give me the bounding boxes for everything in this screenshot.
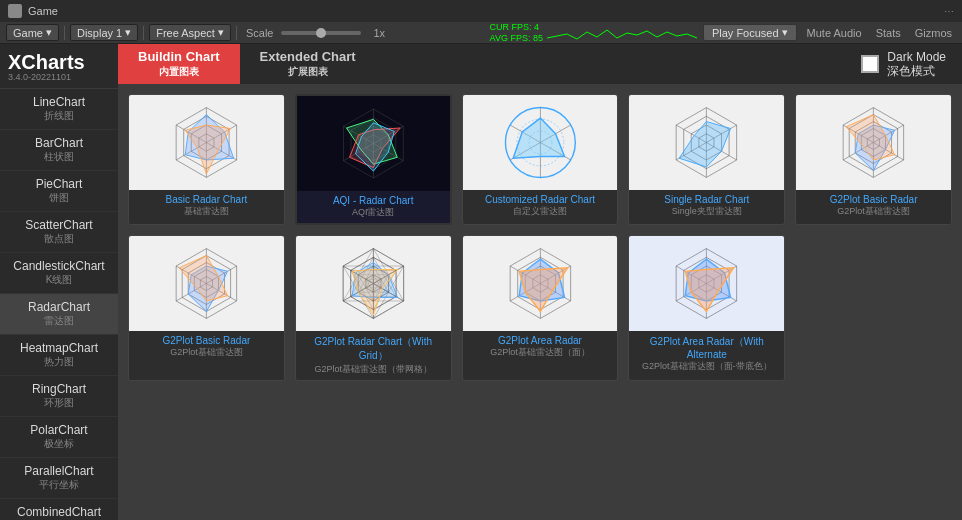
sidebar-item-parallelchart[interactable]: ParallelChart 平行坐标 [0, 458, 118, 499]
sidebar-item-radarchart[interactable]: RadarChart 雷达图 [0, 294, 118, 335]
chart-info: G2Plot Basic Radar G2Plot基础雷达图 [129, 331, 284, 363]
sidebar-item-barchart[interactable]: BarChart 柱状图 [0, 130, 118, 171]
chart-info: G2Plot Area Radar G2Plot基础雷达图（面） [463, 331, 618, 363]
chart-grid: Basic Radar Chart 基础雷达图 AQI - Radar Char… [118, 84, 962, 520]
chart-card-g2plot-area[interactable]: G2Plot Area Radar G2Plot基础雷达图（面） [462, 235, 619, 381]
chart-card-aqi-radar[interactable]: AQI - Radar Chart AQI雷达图 [295, 94, 452, 225]
chart-preview [629, 236, 784, 331]
chart-preview [463, 95, 618, 190]
fps-area: CUR FPS: 4 AVG FPS: 85 [490, 22, 697, 44]
sidebar-item-linechart[interactable]: LineChart 折线图 [0, 89, 118, 130]
chart-card-g2plot-basic2[interactable]: G2Plot Basic Radar G2Plot基础雷达图 [128, 235, 285, 381]
chart-info: Single Radar Chart Single夹型雷达图 [629, 190, 784, 222]
chart-preview [296, 236, 451, 331]
svg-line-95 [343, 249, 373, 266]
chevron-down-icon: ▾ [218, 26, 224, 39]
aspect-dropdown[interactable]: Free Aspect ▾ [149, 24, 231, 41]
system-bar: Game ⋯ [0, 0, 962, 22]
chevron-down-icon: ▾ [46, 26, 52, 39]
dark-mode-area: Dark Mode 深色模式 [861, 44, 962, 84]
game-label: Game [28, 5, 58, 17]
dark-mode-checkbox[interactable] [861, 55, 879, 73]
brand-name: XCharts [8, 52, 112, 72]
separator-1 [64, 26, 65, 40]
tab-bar: Buildin Chart 内置图表 Extended Chart 扩展图表 D… [118, 44, 962, 84]
game-icon [8, 4, 22, 18]
sidebar-item-scatterchart[interactable]: ScatterChart 散点图 [0, 212, 118, 253]
tab-extended[interactable]: Extended Chart 扩展图表 [240, 44, 376, 84]
sidebar-item-piechart[interactable]: PieChart 饼图 [0, 171, 118, 212]
sidebar-item-candlestickchart[interactable]: CandlestickChart K线图 [0, 253, 118, 294]
sidebar-items-container: LineChart 折线图 BarChart 柱状图 PieChart 饼图 S… [0, 89, 118, 520]
chart-info: Basic Radar Chart 基础雷达图 [129, 190, 284, 222]
svg-marker-34 [513, 118, 564, 158]
fps-text: CUR FPS: 4 AVG FPS: 85 [490, 22, 543, 44]
chart-info: G2Plot Area Radar（With Alternate G2Plot基… [629, 331, 784, 377]
sidebar-item-heatmapchart[interactable]: HeatmapChart 热力图 [0, 335, 118, 376]
chart-info: G2Plot Radar Chart（With Grid） G2Plot基础雷达… [296, 331, 451, 380]
gizmos-button[interactable]: Gizmos [911, 26, 956, 40]
chart-info: G2Plot Basic Radar G2Plot基础雷达图 [796, 190, 951, 222]
dark-mode-label: Dark Mode 深色模式 [887, 50, 946, 79]
chart-preview [129, 95, 284, 190]
tab-buildin[interactable]: Buildin Chart 内置图表 [118, 44, 240, 84]
chart-card-g2plot-basic[interactable]: G2Plot Basic Radar G2Plot基础雷达图 [795, 94, 952, 225]
chart-card-g2plot-grid[interactable]: G2Plot Radar Chart（With Grid） G2Plot基础雷达… [295, 235, 452, 381]
chart-card-basic-radar[interactable]: Basic Radar Chart 基础雷达图 [128, 94, 285, 225]
scale-slider[interactable] [281, 31, 361, 35]
fps-graph [547, 24, 697, 42]
svg-marker-45 [680, 122, 731, 167]
toolbar-right: CUR FPS: 4 AVG FPS: 85 Play Focused ▾ Mu… [490, 22, 956, 44]
chart-preview [796, 95, 951, 190]
sidebar-item-ringchart[interactable]: RingChart 环形图 [0, 376, 118, 417]
chart-card-customized-radar[interactable]: Customized Radar Chart 自定义雷达图 [462, 94, 619, 225]
chart-preview [463, 236, 618, 331]
sidebar-item-polarchart[interactable]: PolarChart 极坐标 [0, 417, 118, 458]
toolbar: Game ▾ Display 1 ▾ Free Aspect ▾ Scale 1… [0, 22, 962, 44]
chart-card-g2plot-area-alt[interactable]: G2Plot Area Radar（With Alternate G2Plot基… [628, 235, 785, 381]
stats-button[interactable]: Stats [872, 26, 905, 40]
brand-version: 3.4.0-20221101 [8, 72, 112, 82]
svg-line-79 [373, 249, 403, 266]
chevron-down-icon: ▾ [125, 26, 131, 39]
display-dropdown[interactable]: Display 1 ▾ [70, 24, 138, 41]
mute-audio-button[interactable]: Mute Audio [803, 26, 866, 40]
chart-preview [129, 236, 284, 331]
svg-line-115 [373, 301, 403, 318]
scale-value: 1x [373, 27, 385, 39]
chart-card-single-radar[interactable]: Single Radar Chart Single夹型雷达图 [628, 94, 785, 225]
scale-label: Scale [246, 27, 274, 39]
content-area: Buildin Chart 内置图表 Extended Chart 扩展图表 D… [118, 44, 962, 520]
chart-info: AQI - Radar Chart AQI雷达图 [297, 191, 450, 223]
play-focused-button[interactable]: Play Focused ▾ [703, 24, 797, 41]
sidebar-item-combinedchart[interactable]: CombinedChart 组合图 [0, 499, 118, 520]
chart-preview [297, 96, 450, 191]
top-bar-spacer: ⋯ [944, 5, 954, 17]
game-dropdown[interactable]: Game ▾ [6, 24, 59, 41]
separator-2 [143, 26, 144, 40]
sidebar: XCharts 3.4.0-20221101 LineChart 折线图 Bar… [0, 44, 118, 520]
main-area: XCharts 3.4.0-20221101 LineChart 折线图 Bar… [0, 44, 962, 520]
chevron-down-icon: ▾ [782, 26, 788, 39]
chart-info: Customized Radar Chart 自定义雷达图 [463, 190, 618, 222]
brand-box: XCharts 3.4.0-20221101 [0, 44, 118, 89]
chart-preview [629, 95, 784, 190]
separator-3 [236, 26, 237, 40]
